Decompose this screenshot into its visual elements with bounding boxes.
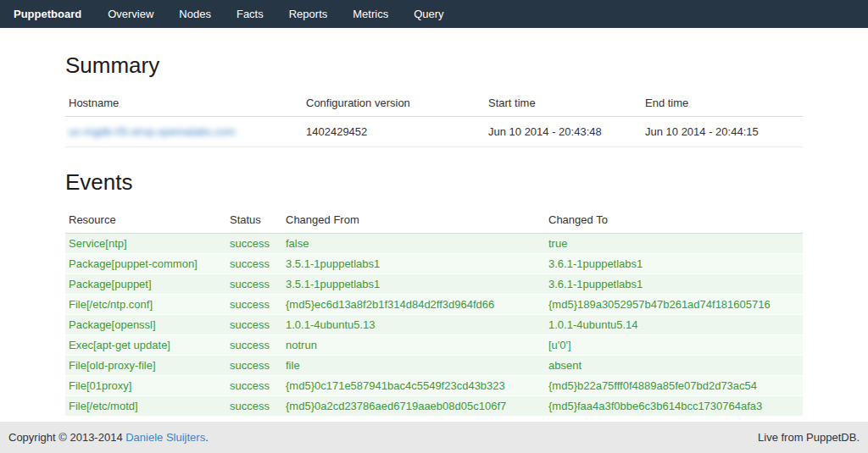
- event-cell-resource: File[/etc/ntp.conf]: [65, 295, 226, 315]
- summary-heading: Summary: [65, 52, 803, 79]
- event-cell-resource: Package[puppet-common]: [65, 254, 226, 274]
- event-cell-status: success: [226, 396, 282, 417]
- event-cell-status: success: [226, 356, 282, 376]
- nav-brand[interactable]: Puppetboard: [0, 0, 95, 28]
- event-row: Package[openssl]success1.0.1-4ubuntu5.13…: [65, 315, 803, 335]
- nav-item-nodes[interactable]: Nodes: [166, 0, 224, 28]
- nav-item-metrics[interactable]: Metrics: [340, 0, 401, 28]
- event-row: File[/etc/ntp.conf]success{md5}ec6d13a8f…: [65, 295, 803, 315]
- event-cell-status: success: [226, 376, 282, 396]
- event-cell-status: success: [226, 234, 282, 254]
- copyright-text: Copyright © 2013-2014: [8, 431, 125, 444]
- event-cell-to: true: [545, 234, 803, 254]
- summary-col-hostname: Hostname: [65, 89, 303, 117]
- event-cell-resource: File[/etc/motd]: [65, 396, 226, 417]
- event-cell-resource: File[01proxy]: [65, 376, 226, 396]
- main-content: Summary Hostname Configuration version S…: [0, 28, 868, 422]
- event-cell-resource: File[old-proxy-file]: [65, 356, 226, 376]
- summary-cell-end: Jun 10 2014 - 20:44:15: [642, 117, 803, 147]
- event-cell-status: success: [226, 315, 282, 335]
- events-col-to: Changed To: [545, 206, 803, 234]
- nav-item-query[interactable]: Query: [401, 0, 456, 28]
- event-cell-from: 3.5.1-1puppetlabs1: [282, 254, 545, 274]
- event-cell-status: success: [226, 254, 282, 274]
- event-row: File[old-proxy-file]successfileabsent: [65, 356, 803, 376]
- nav-item-reports[interactable]: Reports: [276, 0, 341, 28]
- event-cell-from: {md5}0a2cd23786aed6719aaeb08d05c106f7: [282, 396, 545, 417]
- event-row: Package[puppet-common]success3.5.1-1pupp…: [65, 254, 803, 274]
- nav-item-overview[interactable]: Overview: [95, 0, 166, 28]
- summary-table: Hostname Configuration version Start tim…: [65, 89, 803, 147]
- event-row: File[/etc/motd]success{md5}0a2cd23786aed…: [65, 396, 803, 417]
- event-cell-from: {md5}ec6d13a8f2b1f314d84d2ff3d964fd66: [282, 295, 545, 315]
- event-cell-from: {md5}0c171e587941bac4c5549f23cd43b323: [282, 376, 545, 396]
- event-cell-to: 3.6.1-1puppetlabs1: [545, 254, 803, 274]
- event-cell-to: {md5}b22a75fff0f4889a85fe07bd2d73ac54: [545, 376, 803, 396]
- event-cell-to: {md5}189a3052957b47b261ad74f181605716: [545, 295, 803, 315]
- events-col-resource: Resource: [65, 206, 226, 234]
- events-table: Resource Status Changed From Changed To …: [65, 206, 803, 417]
- summary-col-end: End time: [642, 89, 803, 117]
- footer: Copyright © 2013-2014 Daniele Sluijters.…: [0, 422, 868, 453]
- events-col-from: Changed From: [282, 206, 545, 234]
- event-cell-resource: Exec[apt-get update]: [65, 335, 226, 356]
- nav-item-facts[interactable]: Facts: [224, 0, 276, 28]
- summary-cell-hostname: uc-mgdb-05.strvp.opemalabs.com: [65, 117, 303, 147]
- events-col-status: Status: [226, 206, 282, 234]
- summary-cell-configver: 1402429452: [303, 117, 485, 147]
- copyright-period: .: [205, 431, 209, 444]
- footer-status: Live from PuppetDB.: [758, 431, 860, 444]
- event-row: File[01proxy]success{md5}0c171e587941bac…: [65, 376, 803, 396]
- author-link[interactable]: Daniele Sluijters: [125, 431, 205, 444]
- event-cell-resource: Package[puppet]: [65, 274, 226, 295]
- footer-copyright: Copyright © 2013-2014 Daniele Sluijters.: [8, 431, 209, 444]
- event-row: Exec[apt-get update]successnotrun[u'0']: [65, 335, 803, 356]
- nav-items: OverviewNodesFactsReportsMetricsQuery: [95, 0, 456, 28]
- summary-cell-start: Jun 10 2014 - 20:43:48: [485, 117, 642, 147]
- summary-col-configver: Configuration version: [303, 89, 485, 117]
- event-cell-from: 3.5.1-1puppetlabs1: [282, 274, 545, 295]
- events-tbody: Service[ntp]successfalsetruePackage[pupp…: [65, 234, 803, 417]
- hostname-link[interactable]: uc-mgdb-05.strvp.opemalabs.com: [69, 125, 236, 138]
- events-heading: Events: [65, 169, 803, 196]
- summary-row: uc-mgdb-05.strvp.opemalabs.com 140242945…: [65, 117, 803, 147]
- event-row: Package[puppet]success3.5.1-1puppetlabs1…: [65, 274, 803, 295]
- event-cell-to: absent: [545, 356, 803, 376]
- event-cell-from: 1.0.1-4ubuntu5.13: [282, 315, 545, 335]
- event-cell-from: false: [282, 234, 545, 254]
- summary-header-row: Hostname Configuration version Start tim…: [65, 89, 803, 117]
- event-cell-status: success: [226, 274, 282, 295]
- event-cell-to: {md5}faa4a3f0bbe6c3b614bcc1730764afa3: [545, 396, 803, 417]
- summary-col-start: Start time: [485, 89, 642, 117]
- event-row: Service[ntp]successfalsetrue: [65, 234, 803, 254]
- event-cell-from: notrun: [282, 335, 545, 356]
- event-cell-status: success: [226, 295, 282, 315]
- event-cell-to: 1.0.1-4ubuntu5.14: [545, 315, 803, 335]
- events-header-row: Resource Status Changed From Changed To: [65, 206, 803, 234]
- event-cell-resource: Service[ntp]: [65, 234, 226, 254]
- event-cell-status: success: [226, 335, 282, 356]
- event-cell-from: file: [282, 356, 545, 376]
- event-cell-to: 3.6.1-1puppetlabs1: [545, 274, 803, 295]
- top-nav: Puppetboard OverviewNodesFactsReportsMet…: [0, 0, 868, 28]
- event-cell-to: [u'0']: [545, 335, 803, 356]
- event-cell-resource: Package[openssl]: [65, 315, 226, 335]
